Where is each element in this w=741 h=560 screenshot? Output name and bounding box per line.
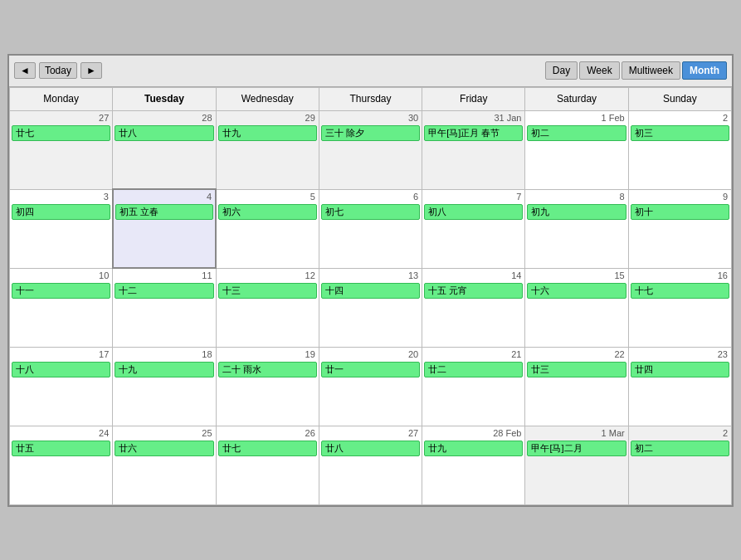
event-bar[interactable]: 廿七 bbox=[12, 125, 110, 141]
event-bar[interactable]: 初三 bbox=[631, 125, 729, 141]
cell-date-label: 5 bbox=[217, 190, 319, 203]
calendar-cell[interactable]: 13十四 bbox=[319, 268, 422, 347]
calendar-cell[interactable]: 7初八 bbox=[422, 189, 525, 268]
calendar-cell[interactable]: 8初九 bbox=[525, 189, 628, 268]
event-bar[interactable]: 初五 立春 bbox=[115, 204, 213, 220]
event-bar[interactable]: 廿六 bbox=[115, 441, 213, 456]
event-bar[interactable]: 初七 bbox=[321, 204, 420, 220]
calendar-cell[interactable]: 1 Mar甲午[马]二月 bbox=[525, 426, 628, 504]
calendar-cell[interactable]: 28廿八 bbox=[113, 110, 216, 189]
calendar-cell[interactable]: 22廿三 bbox=[525, 347, 628, 426]
calendar-cell[interactable]: 2初三 bbox=[628, 110, 731, 189]
event-bar[interactable]: 十五 元宵 bbox=[424, 283, 523, 299]
calendar-cell[interactable]: 11十二 bbox=[113, 268, 216, 347]
event-bar[interactable]: 初四 bbox=[12, 204, 110, 220]
calendar-cell[interactable]: 25廿六 bbox=[113, 426, 216, 504]
event-bar[interactable]: 廿二 bbox=[424, 362, 523, 377]
event-bar[interactable]: 初二 bbox=[527, 125, 626, 141]
event-bar[interactable]: 廿八 bbox=[115, 125, 213, 141]
event-bar[interactable]: 十九 bbox=[115, 362, 213, 377]
calendar-cell[interactable]: 27廿八 bbox=[319, 426, 422, 504]
cell-date-label: 6 bbox=[319, 190, 422, 203]
multiweek-view-button[interactable]: Multiweek bbox=[622, 61, 680, 80]
cell-date-label: 27 bbox=[319, 426, 422, 440]
calendar-cell[interactable]: 23廿四 bbox=[628, 347, 731, 426]
calendar-cell[interactable]: 18十九 bbox=[113, 347, 216, 426]
calendar-cell[interactable]: 10十一 bbox=[10, 268, 113, 347]
cell-date-label: 29 bbox=[217, 111, 319, 124]
event-bar[interactable]: 廿八 bbox=[321, 441, 420, 456]
cell-events: 初六 bbox=[217, 203, 319, 268]
cell-events: 廿二 bbox=[422, 361, 524, 426]
col-wednesday: Wednesday bbox=[216, 87, 319, 110]
calendar-cell[interactable]: 9初十 bbox=[628, 189, 731, 268]
calendar-cell[interactable]: 6初七 bbox=[319, 189, 422, 268]
today-button[interactable]: Today bbox=[39, 62, 77, 79]
event-bar[interactable]: 十一 bbox=[12, 283, 110, 299]
calendar-cell[interactable]: 12十三 bbox=[216, 268, 319, 347]
calendar-cell[interactable]: 17十八 bbox=[10, 347, 113, 426]
event-bar[interactable]: 十七 bbox=[631, 283, 729, 299]
calendar-cell[interactable]: 2初二 bbox=[628, 426, 731, 504]
calendar-cell[interactable]: 27廿七 bbox=[10, 110, 113, 189]
calendar-cell[interactable]: 26廿七 bbox=[216, 426, 319, 504]
event-bar[interactable]: 甲午[马]正月 春节 bbox=[424, 125, 523, 141]
cell-events: 十三 bbox=[217, 282, 319, 347]
event-bar[interactable]: 廿三 bbox=[527, 362, 626, 377]
calendar-cell[interactable]: 19二十 雨水 bbox=[216, 347, 319, 426]
event-bar[interactable]: 廿四 bbox=[631, 362, 729, 377]
event-bar[interactable]: 廿一 bbox=[321, 362, 420, 377]
event-bar[interactable]: 初九 bbox=[527, 204, 626, 220]
cell-date-label: 28 Feb bbox=[422, 426, 524, 440]
cell-date-label: 21 bbox=[422, 348, 524, 361]
event-bar[interactable]: 三十 除夕 bbox=[321, 125, 420, 141]
cell-date-label: 23 bbox=[629, 348, 731, 361]
cell-events: 初三 bbox=[629, 124, 731, 189]
cell-events: 廿六 bbox=[113, 440, 215, 504]
cell-events: 十七 bbox=[629, 282, 731, 347]
event-bar[interactable]: 十二 bbox=[115, 283, 213, 299]
calendar-cell[interactable]: 3初四 bbox=[10, 189, 113, 268]
event-bar[interactable]: 十六 bbox=[527, 283, 626, 299]
event-bar[interactable]: 十三 bbox=[218, 283, 317, 299]
calendar-cell[interactable]: 31 Jan甲午[马]正月 春节 bbox=[422, 110, 525, 189]
event-bar[interactable]: 廿五 bbox=[12, 441, 110, 456]
calendar-cell[interactable]: 24廿五 bbox=[10, 426, 113, 504]
cell-events: 廿一 bbox=[319, 361, 422, 426]
event-bar[interactable]: 甲午[马]二月 bbox=[527, 441, 626, 456]
event-bar[interactable]: 初二 bbox=[631, 441, 729, 456]
cell-events: 十六 bbox=[525, 282, 627, 347]
calendar-cell[interactable]: 14十五 元宵 bbox=[422, 268, 525, 347]
calendar-cell[interactable]: 21廿二 bbox=[422, 347, 525, 426]
event-bar[interactable]: 初八 bbox=[424, 204, 523, 220]
event-bar[interactable]: 廿七 bbox=[218, 441, 317, 456]
cell-events: 十一 bbox=[10, 282, 112, 347]
event-bar[interactable]: 二十 雨水 bbox=[218, 362, 317, 377]
event-bar[interactable]: 初十 bbox=[631, 204, 729, 220]
day-view-button[interactable]: Day bbox=[545, 61, 578, 80]
month-view-button[interactable]: Month bbox=[682, 61, 727, 80]
calendar-cell[interactable]: 4初五 立春 bbox=[113, 189, 216, 268]
calendar-cell[interactable]: 5初六 bbox=[216, 189, 319, 268]
prev-button[interactable]: ◄ bbox=[14, 62, 36, 79]
cell-date-label: 1 Mar bbox=[525, 426, 627, 440]
calendar-cell[interactable]: 15十六 bbox=[525, 268, 628, 347]
event-bar[interactable]: 十八 bbox=[12, 362, 110, 377]
event-bar[interactable]: 初六 bbox=[218, 204, 317, 220]
cell-events: 廿八 bbox=[113, 124, 215, 189]
calendar-cell[interactable]: 16十七 bbox=[628, 268, 731, 347]
week-view-button[interactable]: Week bbox=[579, 61, 619, 80]
calendar-cell[interactable]: 1 Feb初二 bbox=[525, 110, 628, 189]
next-button[interactable]: ► bbox=[80, 62, 102, 79]
calendar-cell[interactable]: 20廿一 bbox=[319, 347, 422, 426]
event-bar[interactable]: 十四 bbox=[321, 283, 420, 299]
event-bar[interactable]: 廿九 bbox=[218, 125, 317, 141]
calendar-cell[interactable]: 28 Feb廿九 bbox=[422, 426, 525, 504]
cell-events: 三十 除夕 bbox=[319, 124, 422, 189]
cell-date-label: 28 bbox=[113, 111, 215, 124]
cell-date-label: 31 Jan bbox=[422, 111, 524, 124]
calendar-cell[interactable]: 29廿九 bbox=[216, 110, 319, 189]
event-bar[interactable]: 廿九 bbox=[424, 441, 523, 456]
calendar-cell[interactable]: 30三十 除夕 bbox=[319, 110, 422, 189]
cell-events: 初二 bbox=[629, 440, 731, 504]
